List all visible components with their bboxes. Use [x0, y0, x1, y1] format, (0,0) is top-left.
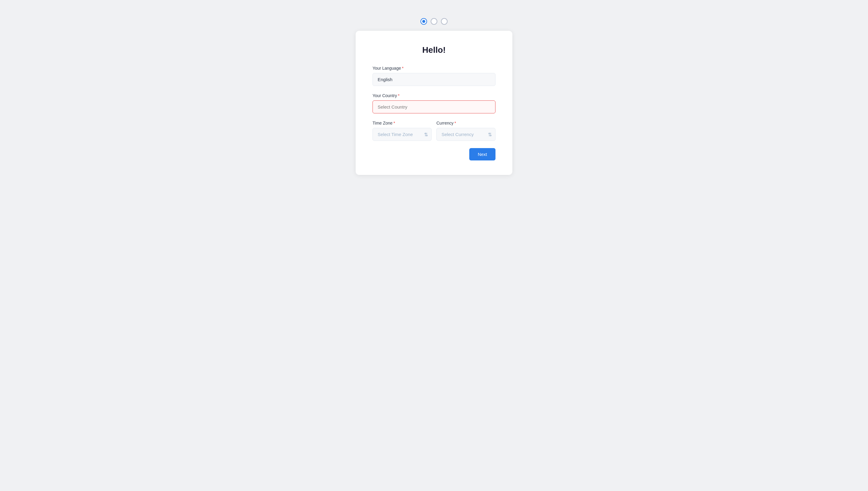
timezone-select-wrapper: Select Time Zone UTC Eastern Time Centra… — [373, 128, 432, 141]
currency-label: Currency * — [436, 121, 495, 125]
step-dot-1[interactable] — [421, 18, 427, 25]
timezone-select[interactable]: Select Time Zone UTC Eastern Time Centra… — [373, 128, 432, 141]
card-title: Hello! — [373, 45, 495, 55]
currency-group: Currency * Select Currency USD - US Doll… — [436, 121, 495, 141]
language-input[interactable] — [373, 73, 495, 86]
currency-select-wrapper: Select Currency USD - US Dollar EUR - Eu… — [436, 128, 495, 141]
next-button[interactable]: Next — [469, 148, 495, 161]
timezone-required: * — [393, 121, 395, 125]
country-input[interactable] — [373, 100, 495, 113]
currency-required: * — [455, 121, 456, 125]
timezone-currency-row: Time Zone * Select Time Zone UTC Eastern… — [373, 121, 495, 141]
country-group: Your Country * — [373, 93, 495, 113]
language-required: * — [402, 66, 403, 70]
country-required: * — [398, 93, 399, 98]
country-label: Your Country * — [373, 93, 495, 98]
button-row: Next — [373, 148, 495, 161]
language-label: Your Language * — [373, 66, 495, 70]
timezone-group: Time Zone * Select Time Zone UTC Eastern… — [373, 121, 432, 141]
currency-select[interactable]: Select Currency USD - US Dollar EUR - Eu… — [436, 128, 495, 141]
timezone-label: Time Zone * — [373, 121, 432, 125]
form-card: Hello! Your Language * Your Country * Ti… — [355, 31, 513, 175]
step-dot-3[interactable] — [441, 18, 447, 25]
language-group: Your Language * — [373, 66, 495, 86]
stepper — [421, 18, 447, 25]
step-dot-2[interactable] — [431, 18, 437, 25]
